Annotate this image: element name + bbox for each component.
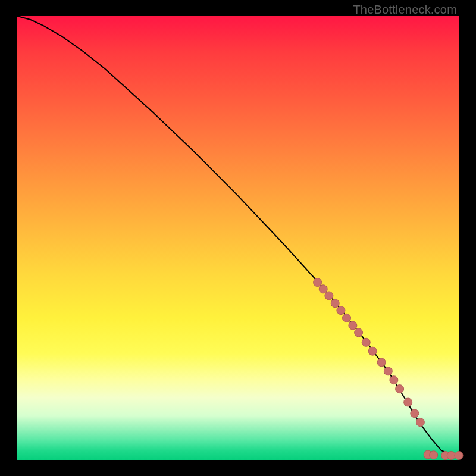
data-marker xyxy=(331,299,339,308)
data-marker xyxy=(362,338,370,346)
data-marker xyxy=(404,398,412,406)
data-marker xyxy=(396,385,404,393)
chart-curve xyxy=(17,16,459,456)
data-marker xyxy=(455,452,463,460)
data-marker xyxy=(325,292,333,300)
data-marker xyxy=(411,409,419,418)
watermark-text: TheBottleneck.com xyxy=(353,3,457,17)
chart-markers xyxy=(314,278,463,460)
data-marker xyxy=(355,328,363,337)
data-marker xyxy=(314,278,322,287)
data-marker xyxy=(343,314,351,322)
chart-container: TheBottleneck.com xyxy=(0,0,476,476)
data-marker xyxy=(384,367,392,375)
data-marker xyxy=(368,347,377,355)
data-marker xyxy=(377,358,386,367)
data-marker xyxy=(430,451,438,459)
chart-svg xyxy=(17,16,459,460)
data-marker xyxy=(447,452,455,460)
data-marker xyxy=(337,306,345,315)
data-marker xyxy=(349,321,357,330)
data-marker xyxy=(319,285,327,293)
data-marker xyxy=(416,418,424,427)
data-marker xyxy=(390,376,398,384)
